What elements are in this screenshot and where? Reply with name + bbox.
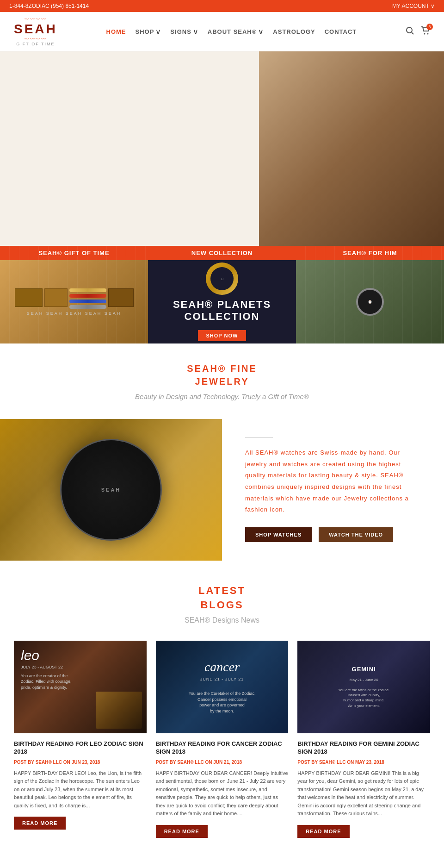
blog-card-gemini: GEMINI May 21 - June 20You are the twins… <box>297 641 430 845</box>
hero-banner <box>0 51 444 246</box>
category-him[interactable]: SEAH® for Him ⌚ <box>296 246 444 343</box>
blog-image-cancer: cancer JUNE 21 - JULY 21 You are the Car… <box>156 641 289 733</box>
blog-meta-leo: POST BY SEAH® LLC ON JUN 23, 2018 <box>14 760 147 765</box>
chevron-down-icon: ∨ <box>193 27 198 36</box>
watch-face: SEAH <box>60 439 162 541</box>
blog-meta-gemini: POST BY SEAH® LLC ON MAY 23, 2018 <box>297 760 430 765</box>
svg-point-0 <box>407 27 412 33</box>
cart-count: 3 <box>426 24 433 30</box>
blog-excerpt-leo: HAPPY BIRTHDAY DEAR LEO! Leo, the Lion, … <box>14 769 147 810</box>
shop-now-button[interactable]: SHOP NOW <box>198 330 247 341</box>
watch-buttons: SHOP WATCHES WATCH THE VIDEO <box>245 527 421 542</box>
main-nav: HOME SHOP ∨ SIGNS ∨ ABOUT SEAH® ∨ ASTROL… <box>106 27 357 36</box>
search-icon[interactable] <box>406 26 414 37</box>
svg-point-3 <box>427 33 428 35</box>
category-gift-image: SEAH SEAH SEAH SEAH SEAH <box>0 260 148 343</box>
logo-tagline: GIFT OF TIME <box>16 42 55 46</box>
blog-meta-cancer: POST BY SEAH® LLC ON JUN 21, 2018 <box>156 760 289 765</box>
blog-section: LATEST BLOGS SEAH® Designs News leo JULY… <box>0 561 444 868</box>
chevron-down-icon: ∨ <box>258 27 264 36</box>
watch-description-area: All SEAH® watches are Swiss-made by hand… <box>222 419 444 561</box>
nav-contact[interactable]: CONTACT <box>325 28 357 35</box>
brand-title: SEAH® FINE JEWELRY <box>9 362 435 388</box>
site-header: 〰〰〰〰 SEAH 〰〰〰〰 GIFT OF TIME HOME SHOP ∨ … <box>0 12 444 51</box>
blog-card-cancer: cancer JUNE 21 - JULY 21 You are the Car… <box>156 641 289 845</box>
category-him-image: ⌚ <box>296 260 444 343</box>
blog-card-body-leo: BIRTHDAY READING FOR LEO ZODIAC SIGN 201… <box>14 733 147 837</box>
blog-excerpt-cancer: HAPPY BIRTHDAY OUR DEAR CANCER! Deeply i… <box>156 769 289 818</box>
watch-description: All SEAH® watches are Swiss-made by hand… <box>245 447 421 516</box>
blog-title-gemini: BIRTHDAY READING FOR GEMINI ZODIAC SIGN … <box>297 740 430 756</box>
shop-watches-button[interactable]: SHOP WATCHES <box>245 527 312 542</box>
category-new-image: ⊙ SEAH® PLANETSCOLLECTION SHOP NOW <box>148 260 296 343</box>
logo[interactable]: 〰〰〰〰 SEAH 〰〰〰〰 GIFT OF TIME <box>14 17 57 46</box>
brand-section: SEAH® FINE JEWELRY Beauty in Design and … <box>0 343 444 419</box>
svg-point-2 <box>424 33 425 35</box>
cart-icon[interactable]: 3 <box>421 26 430 37</box>
nav-about[interactable]: ABOUT SEAH® ∨ <box>208 27 264 36</box>
blog-section-title: LATEST BLOGS <box>14 584 430 612</box>
nav-signs[interactable]: SIGNS ∨ <box>170 27 198 36</box>
blog-title-cancer: BIRTHDAY READING FOR CANCER ZODIAC SIGN … <box>156 740 289 756</box>
nav-shop[interactable]: SHOP ∨ <box>136 27 161 36</box>
blog-title-leo: BIRTHDAY READING FOR LEO ZODIAC SIGN 201… <box>14 740 147 756</box>
blog-card-body-gemini: BIRTHDAY READING FOR GEMINI ZODIAC SIGN … <box>297 733 430 845</box>
category-new[interactable]: NEW COLLECTION ⊙ SEAH® PLANETSCOLLECTION… <box>148 246 296 343</box>
top-bar: 1-844-8ZODIAC (954) 851-1414 MY ACCOUNT … <box>0 0 444 12</box>
blog-image-leo: leo JULY 23 - AUGUST 22 You are the crea… <box>14 641 147 733</box>
watch-image-area: SEAH <box>0 419 222 561</box>
phone-number[interactable]: 1-844-8ZODIAC (954) 851-1414 <box>9 3 89 9</box>
logo-brand: SEAH <box>14 22 57 37</box>
svg-line-1 <box>412 32 413 34</box>
divider <box>245 437 273 438</box>
brand-subtitle: Beauty in Design and Technology. Truely … <box>9 393 435 400</box>
hero-image <box>259 51 444 246</box>
blog-image-gemini: GEMINI May 21 - June 20You are the twins… <box>297 641 430 733</box>
read-more-cancer[interactable]: READ MORE <box>156 825 208 838</box>
planets-title: SEAH® PLANETSCOLLECTION <box>173 299 271 323</box>
category-gift[interactable]: SEAH® Gift of Time SEAH SEAH SEAH SEAH S… <box>0 246 148 343</box>
blog-header: LATEST BLOGS SEAH® Designs News <box>14 584 430 624</box>
blog-section-subtitle: SEAH® Designs News <box>14 616 430 624</box>
read-more-gemini[interactable]: READ MORE <box>297 825 349 838</box>
nav-home[interactable]: HOME <box>106 28 126 35</box>
chevron-down-icon: ∨ <box>155 27 161 36</box>
blog-excerpt-gemini: HAPPY BIRTHDAY OUR DEAR GEMINI! This is … <box>297 769 430 818</box>
featured-categories: SEAH® Gift of Time SEAH SEAH SEAH SEAH S… <box>0 246 444 343</box>
blog-grid: leo JULY 23 - AUGUST 22 You are the crea… <box>14 641 430 845</box>
read-more-leo[interactable]: READ MORE <box>14 817 66 830</box>
my-account-link[interactable]: MY ACCOUNT ∨ <box>392 3 435 9</box>
watch-banner: SEAH All SEAH® watches are Swiss-made by… <box>0 419 444 561</box>
category-new-label: NEW COLLECTION <box>148 246 296 260</box>
blog-card-body-cancer: BIRTHDAY READING FOR CANCER ZODIAC SIGN … <box>156 733 289 845</box>
blog-card-leo: leo JULY 23 - AUGUST 22 You are the crea… <box>14 641 147 845</box>
nav-astrology[interactable]: ASTROLOGY <box>273 28 315 35</box>
watch-video-button[interactable]: WATCH THE VIDEO <box>319 527 393 542</box>
